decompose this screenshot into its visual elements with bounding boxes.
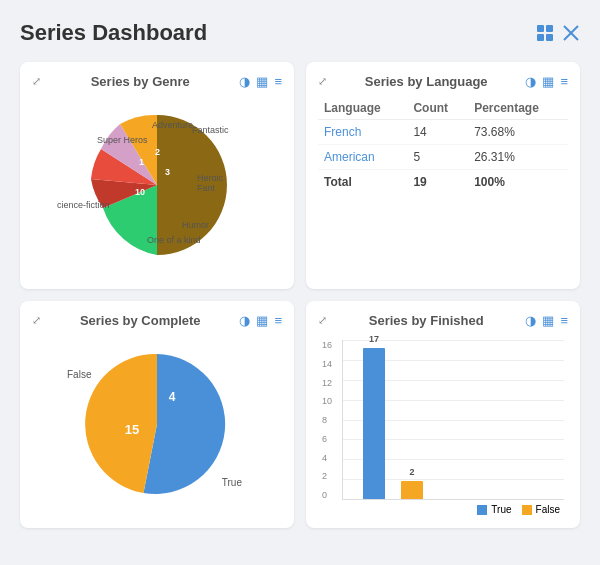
page-header: Series Dashboard: [20, 20, 580, 46]
language-card: ⤢ Series by Language ◑ ▦ ≡ Language Coun…: [306, 62, 580, 289]
language-card-actions: ◑ ▦ ≡: [525, 74, 568, 89]
svg-text:4: 4: [169, 390, 176, 404]
grid-icon[interactable]: [536, 24, 554, 42]
finished-card-actions: ◑ ▦ ≡: [525, 313, 568, 328]
finished-legend: True False: [322, 504, 564, 515]
complete-card-actions: ◑ ▦ ≡: [239, 313, 282, 328]
language-pie-icon[interactable]: ◑: [525, 74, 536, 89]
complete-true-label: True: [222, 477, 242, 488]
genre-menu-icon[interactable]: ≡: [274, 74, 282, 89]
bar-true-label: 17: [369, 334, 379, 344]
finished-card-header: ⤢ Series by Finished ◑ ▦ ≡: [318, 313, 568, 328]
finished-y-axis: 0 2 4 6 8 10 12 14 16: [322, 340, 342, 500]
legend-false: False: [522, 504, 560, 515]
legend-true: True: [477, 504, 511, 515]
finished-chart-inner: 0 2 4 6 8 10 12 14 16: [322, 340, 564, 500]
y-label-12: 12: [322, 378, 338, 388]
complete-menu-icon[interactable]: ≡: [274, 313, 282, 328]
legend-true-label: True: [491, 504, 511, 515]
complete-bar-icon[interactable]: ▦: [256, 313, 268, 328]
finished-pie-icon[interactable]: ◑: [525, 313, 536, 328]
bar-true: 17: [363, 348, 385, 499]
language-col-header: Language: [318, 97, 407, 120]
finished-bar-icon[interactable]: ▦: [542, 313, 554, 328]
bar-false-label: 2: [409, 467, 414, 477]
legend-false-label: False: [536, 504, 560, 515]
svg-rect-2: [537, 34, 544, 41]
french-link[interactable]: French: [318, 120, 407, 145]
legend-true-dot: [477, 505, 487, 515]
y-label-8: 8: [322, 415, 338, 425]
complete-expand-icon[interactable]: ⤢: [32, 314, 41, 327]
american-pct: 26.31%: [468, 145, 568, 170]
total-count: 19: [407, 170, 468, 195]
scissors-icon[interactable]: [562, 24, 580, 42]
legend-false-dot: [522, 505, 532, 515]
svg-rect-3: [546, 34, 553, 41]
french-pct: 73.68%: [468, 120, 568, 145]
french-count: 14: [407, 120, 468, 145]
genre-card-header: ⤢ Series by Genre ◑ ▦ ≡: [32, 74, 282, 89]
y-label-4: 4: [322, 453, 338, 463]
genre-card-title: Series by Genre: [91, 74, 190, 89]
complete-pie-svg: 15 4: [82, 349, 232, 499]
bar-group-true: 17: [363, 348, 385, 499]
table-row: American 5 26.31%: [318, 145, 568, 170]
finished-chart-wrapper: 0 2 4 6 8 10 12 14 16: [318, 336, 568, 515]
american-link[interactable]: American: [318, 145, 407, 170]
finished-bars-area: 17 2: [342, 340, 564, 500]
complete-card-title: Series by Complete: [80, 313, 201, 328]
total-pct: 100%: [468, 170, 568, 195]
complete-false-label: False: [67, 369, 91, 380]
finished-card-title: Series by Finished: [369, 313, 484, 328]
genre-card: ⤢ Series by Genre ◑ ▦ ≡: [20, 62, 294, 289]
complete-chart-area: 15 4 False True: [32, 336, 282, 516]
percentage-col-header: Percentage: [468, 97, 568, 120]
finished-card: ⤢ Series by Finished ◑ ▦ ≡ 0 2 4 6 8 10 …: [306, 301, 580, 528]
language-expand-icon[interactable]: ⤢: [318, 75, 327, 88]
complete-card: ⤢ Series by Complete ◑ ▦ ≡ 15 4: [20, 301, 294, 528]
finished-expand-icon[interactable]: ⤢: [318, 314, 327, 327]
language-card-header: ⤢ Series by Language ◑ ▦ ≡: [318, 74, 568, 89]
svg-text:15: 15: [125, 422, 139, 437]
dashboard-grid: ⤢ Series by Genre ◑ ▦ ≡: [20, 62, 580, 528]
total-row: Total 19 100%: [318, 170, 568, 195]
finished-menu-icon[interactable]: ≡: [560, 313, 568, 328]
genre-bar-icon[interactable]: ▦: [256, 74, 268, 89]
y-label-14: 14: [322, 359, 338, 369]
svg-rect-0: [537, 25, 544, 32]
language-card-title: Series by Language: [365, 74, 488, 89]
language-menu-icon[interactable]: ≡: [560, 74, 568, 89]
language-table: Language Count Percentage French 14 73.6…: [318, 97, 568, 194]
genre-expand-icon[interactable]: ⤢: [32, 75, 41, 88]
y-label-2: 2: [322, 471, 338, 481]
genre-chart-area: Super Heros Adventure Fantastic Heroic F…: [32, 97, 282, 277]
y-label-6: 6: [322, 434, 338, 444]
y-label-0: 0: [322, 490, 338, 500]
y-label-16: 16: [322, 340, 338, 350]
genre-pie-icon[interactable]: ◑: [239, 74, 250, 89]
american-count: 5: [407, 145, 468, 170]
language-bar-icon[interactable]: ▦: [542, 74, 554, 89]
genre-pie-container: Super Heros Adventure Fantastic Heroic F…: [77, 105, 237, 269]
bar-group-false: 2: [401, 481, 423, 499]
table-row: French 14 73.68%: [318, 120, 568, 145]
bar-false: 2: [401, 481, 423, 499]
complete-pie-icon[interactable]: ◑: [239, 313, 250, 328]
complete-card-header: ⤢ Series by Complete ◑ ▦ ≡: [32, 313, 282, 328]
y-label-10: 10: [322, 396, 338, 406]
total-label: Total: [318, 170, 407, 195]
count-col-header: Count: [407, 97, 468, 120]
genre-card-actions: ◑ ▦ ≡: [239, 74, 282, 89]
complete-pie-wrapper: 15 4 False True: [82, 349, 232, 503]
header-icons: [536, 24, 580, 42]
svg-rect-1: [546, 25, 553, 32]
page-title: Series Dashboard: [20, 20, 207, 46]
